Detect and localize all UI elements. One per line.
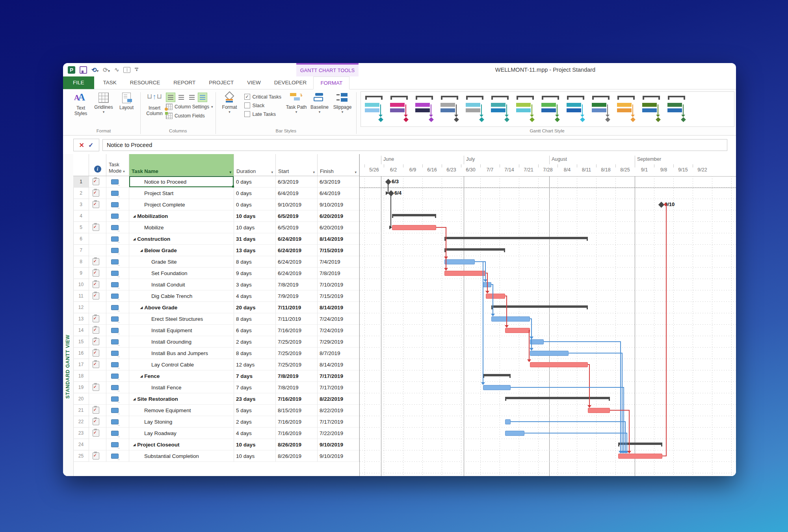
finish-cell[interactable]: 7/15/2019 xyxy=(318,245,359,256)
row-number[interactable]: 11 xyxy=(73,290,89,302)
duration-cell[interactable]: 8 days xyxy=(234,348,276,359)
start-cell[interactable]: 7/9/2019 xyxy=(276,290,318,302)
indicator-cell[interactable]: ✓ xyxy=(89,325,106,336)
row-number[interactable]: 2 xyxy=(73,188,89,199)
duration-cell[interactable]: 20 days xyxy=(234,302,276,313)
gantt-style-tile-5[interactable] xyxy=(464,93,487,125)
tab-developer[interactable]: DEVELOPER xyxy=(268,76,314,89)
task-mode-cell[interactable]: → xyxy=(106,416,129,428)
qat-customize-icon[interactable]: ▾ xyxy=(135,68,138,72)
expand-triangle-icon[interactable]: ◢ xyxy=(140,249,143,252)
start-cell[interactable]: 7/11/2019 xyxy=(276,313,318,325)
task-mode-cell[interactable]: → xyxy=(106,450,129,462)
expand-triangle-icon[interactable]: ◢ xyxy=(140,374,143,378)
task-name-cell[interactable]: Lay Stoning xyxy=(129,416,234,428)
col-duration[interactable]: Duration▾ xyxy=(234,154,276,176)
expand-triangle-icon[interactable]: ◢ xyxy=(133,237,136,241)
task-name-cell[interactable]: Notice to Proceed xyxy=(129,176,234,188)
finish-cell[interactable]: 8/14/2019 xyxy=(318,302,359,313)
duration-cell[interactable]: 10 days xyxy=(234,450,276,462)
align-right-icon[interactable] xyxy=(187,93,197,102)
row-number[interactable]: 17 xyxy=(73,359,89,370)
redo-icon[interactable]: ⟳▾ xyxy=(103,66,110,74)
task-mode-cell[interactable]: → xyxy=(106,176,129,188)
task-mode-cell[interactable]: → xyxy=(106,405,129,416)
duration-cell[interactable]: 9 days xyxy=(234,268,276,279)
finish-cell[interactable]: 7/22/2019 xyxy=(318,428,359,439)
timeline-header[interactable]: JuneJulyAugustSeptember 5/266/26/96/166/… xyxy=(360,154,736,177)
duration-cell[interactable]: 7 days xyxy=(234,370,276,382)
format-bar-button[interactable]: Format ▾ xyxy=(218,91,241,114)
row-number[interactable]: 16 xyxy=(73,348,89,359)
row-number[interactable]: 20 xyxy=(73,393,89,405)
gantt-style-tile-1[interactable] xyxy=(363,93,386,125)
task-mode-cell[interactable]: → xyxy=(106,313,129,325)
gantt-style-tile-13[interactable] xyxy=(665,93,688,125)
start-cell[interactable]: 7/8/2019 xyxy=(276,382,318,393)
finish-cell[interactable]: 8/14/2019 xyxy=(318,359,359,370)
finish-cell[interactable]: 7/4/2019 xyxy=(318,256,359,268)
start-cell[interactable]: 7/16/2019 xyxy=(276,416,318,428)
start-cell[interactable]: 8/26/2019 xyxy=(276,439,318,450)
table-row[interactable]: 6→◢Construction31 days6/24/20198/14/2019 xyxy=(73,233,359,245)
duration-cell[interactable]: 5 days xyxy=(234,405,276,416)
duration-cell[interactable]: 2 days xyxy=(234,336,276,348)
start-cell[interactable]: 6/4/2019 xyxy=(276,188,318,199)
task-name-cell[interactable]: Lay Roadway xyxy=(129,428,234,439)
table-row[interactable]: 11✓→Dig Cable Trench4 days7/9/20197/15/2… xyxy=(73,290,359,302)
task-name-cell[interactable]: ◢Mobilization xyxy=(129,210,234,222)
insert-column-button[interactable]: ⊔↑⊔ Insert Column xyxy=(143,91,166,117)
finish-cell[interactable]: 8/22/2019 xyxy=(318,405,359,416)
task-name-cell[interactable]: Lay Control Cable xyxy=(129,359,234,370)
start-cell[interactable]: 6/5/2019 xyxy=(276,222,318,233)
start-cell[interactable]: 8/15/2019 xyxy=(276,405,318,416)
tab-resource[interactable]: RESOURCE xyxy=(123,76,167,89)
start-cell[interactable]: 7/8/2019 xyxy=(276,279,318,290)
indicator-cell[interactable]: ✓ xyxy=(89,359,106,370)
duration-cell[interactable]: 6 days xyxy=(234,325,276,336)
task-name-cell[interactable]: Substantial Completion xyxy=(129,450,234,462)
start-cell[interactable]: 7/25/2019 xyxy=(276,336,318,348)
col-finish[interactable]: Finish▾ xyxy=(318,154,359,176)
start-cell[interactable]: 7/16/2019 xyxy=(276,393,318,405)
indicator-cell[interactable]: ✓ xyxy=(89,416,106,428)
task-mode-cell[interactable]: → xyxy=(106,233,129,245)
tab-file[interactable]: FILE xyxy=(63,76,94,89)
indicator-cell[interactable] xyxy=(89,210,106,222)
task-mode-cell[interactable]: → xyxy=(106,325,129,336)
duration-cell[interactable]: 3 days xyxy=(234,279,276,290)
indicator-cell[interactable]: ✓ xyxy=(89,348,106,359)
finish-cell[interactable]: 7/15/2019 xyxy=(318,290,359,302)
gantt-style-tile-6[interactable] xyxy=(489,93,512,125)
duration-cell[interactable]: 4 days xyxy=(234,290,276,302)
row-number[interactable]: 7 xyxy=(73,245,89,256)
duration-cell[interactable]: 10 days xyxy=(234,439,276,450)
gantt-style-tile-2[interactable] xyxy=(388,93,411,125)
gantt-style-tile-11[interactable] xyxy=(615,93,638,125)
task-name-cell[interactable]: Project Complete xyxy=(129,199,234,210)
start-cell[interactable]: 6/5/2019 xyxy=(276,210,318,222)
table-row[interactable]: 5✓→Mobilize10 days6/5/20196/20/2019 xyxy=(73,222,359,233)
task-mode-cell[interactable]: → xyxy=(106,428,129,439)
start-cell[interactable]: 8/26/2019 xyxy=(276,450,318,462)
critical-tasks-checkbox[interactable]: ✓Critical Tasks xyxy=(244,94,281,100)
indicator-cell[interactable]: ✓ xyxy=(89,428,106,439)
col-task-mode[interactable]: TaskMode ▾ xyxy=(106,154,129,176)
indicator-cell[interactable] xyxy=(89,302,106,313)
indicator-cell[interactable]: ✓ xyxy=(89,222,106,233)
start-cell[interactable]: 6/24/2019 xyxy=(276,233,318,245)
task-mode-cell[interactable]: → xyxy=(106,199,129,210)
finish-cell[interactable]: 7/29/2019 xyxy=(318,336,359,348)
indicator-cell[interactable]: ✓ xyxy=(89,188,106,199)
finish-cell[interactable]: 9/10/2019 xyxy=(318,450,359,462)
finish-cell[interactable]: 6/3/2019 xyxy=(318,176,359,188)
task-name-cell[interactable]: ◢Construction xyxy=(129,233,234,245)
task-name-cell[interactable]: ◢Fence xyxy=(129,370,234,382)
cancel-edit-icon[interactable]: ✕ xyxy=(79,141,84,149)
table-row[interactable]: 7→◢Below Grade13 days6/24/20197/15/2019 xyxy=(73,245,359,256)
col-row-number[interactable] xyxy=(73,154,89,176)
align-left-icon[interactable] xyxy=(166,93,175,102)
start-cell[interactable]: 7/16/2019 xyxy=(276,428,318,439)
start-cell[interactable]: 7/11/2019 xyxy=(276,302,318,313)
task-name-cell[interactable]: ◢Above Grade xyxy=(129,302,234,313)
